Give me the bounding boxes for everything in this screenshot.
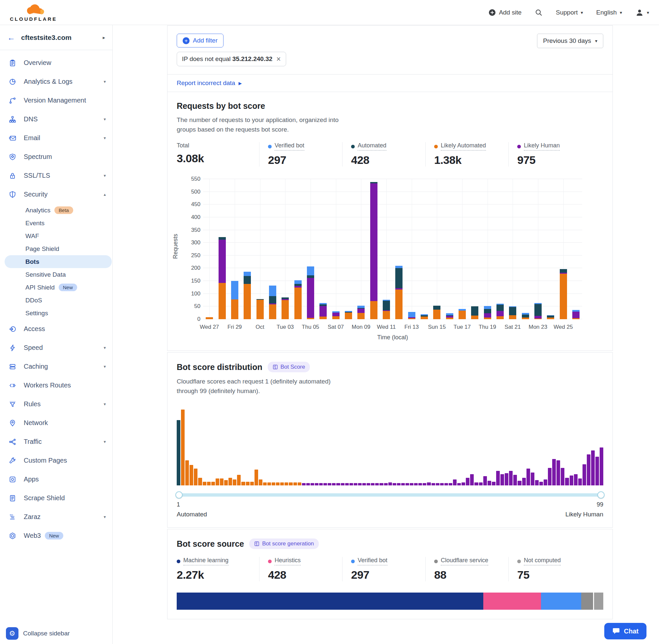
histogram-bar-score-82[interactable] — [526, 468, 530, 485]
stat-label[interactable]: Not computed — [524, 557, 561, 566]
report-incorrect-data-link[interactable]: Report incorrect data — [177, 79, 235, 87]
histogram-bar-score-72[interactable] — [483, 476, 487, 485]
histogram-bar-score-26[interactable] — [284, 482, 288, 485]
source-segment-cloudflare-service[interactable] — [581, 593, 593, 610]
stacked-bar[interactable] — [509, 179, 516, 319]
stacked-bar[interactable] — [433, 179, 441, 319]
histogram-bar-score-84[interactable] — [535, 480, 539, 485]
histogram-bar-score-71[interactable] — [479, 482, 483, 485]
histogram-bar-score-18[interactable] — [250, 482, 254, 486]
histogram-bar-score-16[interactable] — [241, 482, 245, 486]
stat-label[interactable]: Machine learning — [183, 557, 229, 566]
sidebar-subitem-analytics[interactable]: AnalyticsBeta — [0, 204, 112, 217]
sidebar-subitem-waf[interactable]: WAF — [0, 230, 112, 243]
collapse-sidebar-button[interactable]: ⚙ Collapse sidebar — [0, 623, 112, 644]
histogram-bar-score-15[interactable] — [237, 475, 241, 485]
sidebar-item-analytics-logs[interactable]: Analytics & Logs▾ — [0, 72, 112, 91]
histogram-bar-score-32[interactable] — [310, 483, 314, 485]
histogram-bar-score-8[interactable] — [207, 482, 211, 486]
bot-score-generation-badge[interactable]: Bot score generation — [249, 538, 319, 549]
sidebar-item-ssl-tls[interactable]: SSL/TLS▾ — [0, 166, 112, 185]
sidebar-subitem-api-shield[interactable]: API ShieldNew — [0, 281, 112, 294]
histogram-bar-score-83[interactable] — [531, 473, 534, 485]
histogram-bar-score-68[interactable] — [466, 478, 469, 485]
histogram-bar-score-69[interactable] — [470, 474, 474, 486]
sidebar-item-overview[interactable]: Overview — [0, 53, 112, 72]
date-range-dropdown[interactable]: Previous 30 days ▾ — [537, 33, 603, 48]
histogram-bar-score-49[interactable] — [384, 483, 388, 485]
sidebar-item-traffic[interactable]: Traffic▾ — [0, 432, 112, 451]
stacked-bar[interactable] — [257, 179, 264, 319]
histogram-bar-score-57[interactable] — [418, 483, 422, 485]
histogram-bar-score-47[interactable] — [375, 483, 379, 485]
source-segment-heuristics[interactable] — [483, 593, 541, 610]
histogram-bar-score-73[interactable] — [488, 481, 491, 485]
stacked-bar[interactable] — [408, 179, 415, 319]
histogram-bar-score-17[interactable] — [246, 482, 250, 486]
stacked-bar[interactable] — [383, 179, 390, 319]
stacked-bar[interactable] — [218, 179, 226, 319]
stacked-bar[interactable] — [547, 179, 554, 319]
histogram-bar-score-86[interactable] — [544, 480, 547, 485]
histogram-bar-score-21[interactable] — [263, 482, 267, 485]
histogram-bar-score-19[interactable] — [255, 469, 258, 485]
histogram-bar-score-54[interactable] — [405, 483, 409, 485]
stat-label[interactable]: Cloudflare service — [441, 557, 488, 566]
histogram-bar-score-62[interactable] — [440, 483, 444, 485]
stacked-bar[interactable] — [421, 179, 428, 319]
histogram-bar-score-85[interactable] — [539, 482, 543, 486]
histogram-bar-score-3[interactable] — [185, 460, 189, 485]
site-switcher-caret-icon[interactable]: ▸ — [102, 34, 105, 41]
stacked-bar[interactable] — [370, 179, 377, 319]
source-segment-machine-learning[interactable] — [177, 593, 483, 610]
histogram-bar-score-20[interactable] — [259, 480, 262, 485]
stacked-bar[interactable] — [458, 179, 466, 319]
sidebar-item-email[interactable]: Email▾ — [0, 129, 112, 147]
histogram-bar-score-79[interactable] — [513, 475, 517, 485]
histogram-bar-score-45[interactable] — [367, 483, 370, 485]
stacked-bar[interactable] — [282, 179, 289, 319]
histogram-bar-score-44[interactable] — [362, 483, 366, 485]
histogram-bar-score-76[interactable] — [500, 474, 504, 486]
stacked-bar[interactable] — [231, 179, 238, 319]
histogram-bar-score-40[interactable] — [345, 483, 349, 485]
sidebar-item-dns[interactable]: DNS▾ — [0, 110, 112, 129]
histogram-bar-score-36[interactable] — [328, 483, 331, 485]
histogram-bar-score-42[interactable] — [354, 483, 357, 485]
sidebar-subitem-events[interactable]: Events — [0, 217, 112, 230]
sidebar-subitem-sensitive-data[interactable]: Sensitive Data — [0, 268, 112, 281]
histogram-bar-score-93[interactable] — [574, 474, 578, 486]
stat-label[interactable]: Likely Human — [524, 142, 560, 151]
sidebar-item-web3[interactable]: Web3New — [0, 526, 112, 545]
histogram-bar-score-1[interactable] — [177, 420, 180, 485]
stat-label[interactable]: Automated — [358, 142, 386, 151]
sidebar-item-workers-routes[interactable]: Workers Routes — [0, 376, 112, 395]
histogram-bar-score-87[interactable] — [548, 468, 551, 485]
histogram-bar-score-24[interactable] — [276, 482, 280, 485]
histogram-bar-score-52[interactable] — [397, 483, 401, 485]
stacked-bar[interactable] — [357, 179, 364, 319]
histogram-bar-score-80[interactable] — [518, 481, 521, 485]
histogram-bar-score-63[interactable] — [444, 483, 448, 485]
histogram-bar-score-4[interactable] — [190, 465, 193, 485]
histogram-bar-score-37[interactable] — [332, 483, 336, 485]
histogram-bar-score-23[interactable] — [272, 482, 275, 485]
stacked-bar[interactable] — [320, 179, 327, 319]
histogram-bar-score-30[interactable] — [302, 483, 306, 485]
sidebar-item-custom-pages[interactable]: Custom Pages — [0, 451, 112, 470]
sidebar-item-zaraz[interactable]: Zaraz▾ — [0, 507, 112, 526]
histogram-bar-score-46[interactable] — [371, 483, 375, 485]
histogram-bar-score-7[interactable] — [203, 482, 206, 486]
histogram-bar-score-10[interactable] — [216, 479, 219, 485]
search-button[interactable] — [535, 8, 543, 17]
histogram-bar-score-53[interactable] — [401, 483, 405, 485]
remove-filter-icon[interactable]: × — [276, 56, 281, 62]
stacked-bar[interactable] — [307, 179, 314, 319]
histogram-bar-score-56[interactable] — [414, 483, 418, 485]
histogram-bar-score-92[interactable] — [570, 476, 573, 485]
histogram-bar-score-67[interactable] — [462, 482, 465, 485]
sidebar-item-scrape-shield[interactable]: Scrape Shield — [0, 489, 112, 507]
stacked-bar[interactable] — [534, 179, 542, 319]
slider-handle-min[interactable] — [175, 491, 183, 499]
histogram-bar-score-41[interactable] — [349, 483, 353, 485]
